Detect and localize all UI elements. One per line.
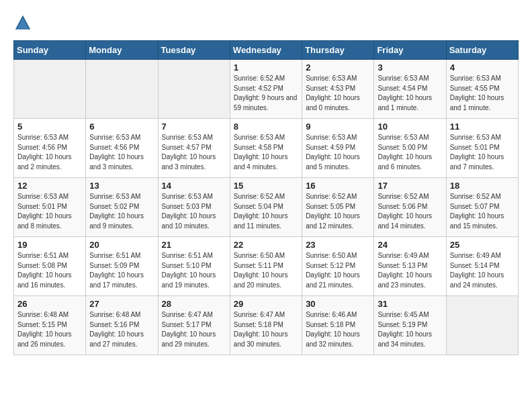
day-cell: 22Sunrise: 6:50 AM Sunset: 5:11 PM Dayli… [230, 237, 302, 296]
calendar-header: SundayMondayTuesdayWednesdayThursdayFrid… [14, 41, 519, 60]
day-cell: 5Sunrise: 6:53 AM Sunset: 4:56 PM Daylig… [14, 119, 86, 178]
day-detail: Sunrise: 6:53 AM Sunset: 4:56 PM Dayligh… [17, 133, 82, 172]
day-number: 18 [450, 181, 515, 191]
calendar-body: 1Sunrise: 6:52 AM Sunset: 4:52 PM Daylig… [14, 60, 519, 355]
day-cell: 24Sunrise: 6:49 AM Sunset: 5:13 PM Dayli… [374, 237, 446, 296]
day-cell: 6Sunrise: 6:53 AM Sunset: 4:56 PM Daylig… [86, 119, 158, 178]
day-cell: 27Sunrise: 6:48 AM Sunset: 5:16 PM Dayli… [86, 296, 158, 355]
day-cell: 9Sunrise: 6:53 AM Sunset: 4:59 PM Daylig… [302, 119, 374, 178]
header-cell-wednesday: Wednesday [230, 41, 302, 60]
day-cell: 4Sunrise: 6:53 AM Sunset: 4:55 PM Daylig… [446, 60, 518, 119]
day-detail: Sunrise: 6:53 AM Sunset: 5:02 PM Dayligh… [89, 192, 154, 231]
day-detail: Sunrise: 6:50 AM Sunset: 5:11 PM Dayligh… [234, 251, 298, 290]
calendar-table: SundayMondayTuesdayWednesdayThursdayFrid… [13, 40, 519, 355]
day-detail: Sunrise: 6:53 AM Sunset: 5:03 PM Dayligh… [162, 192, 226, 231]
day-cell [446, 296, 518, 355]
header-cell-monday: Monday [86, 41, 158, 60]
week-row-4: 26Sunrise: 6:48 AM Sunset: 5:15 PM Dayli… [14, 296, 519, 355]
day-detail: Sunrise: 6:52 AM Sunset: 5:07 PM Dayligh… [450, 192, 515, 231]
day-cell: 23Sunrise: 6:50 AM Sunset: 5:12 PM Dayli… [302, 237, 374, 296]
page: SundayMondayTuesdayWednesdayThursdayFrid… [0, 0, 532, 362]
day-number: 7 [162, 122, 226, 132]
header-cell-tuesday: Tuesday [158, 41, 230, 60]
day-number: 10 [378, 122, 442, 132]
day-cell: 10Sunrise: 6:53 AM Sunset: 5:00 PM Dayli… [374, 119, 446, 178]
day-detail: Sunrise: 6:53 AM Sunset: 4:55 PM Dayligh… [450, 74, 515, 113]
day-number: 3 [378, 62, 442, 73]
day-cell: 25Sunrise: 6:49 AM Sunset: 5:14 PM Dayli… [446, 237, 518, 296]
day-number: 17 [378, 181, 442, 191]
day-number: 20 [89, 240, 154, 250]
day-detail: Sunrise: 6:45 AM Sunset: 5:19 PM Dayligh… [378, 310, 442, 349]
day-detail: Sunrise: 6:46 AM Sunset: 5:18 PM Dayligh… [306, 310, 370, 349]
header-cell-saturday: Saturday [446, 41, 518, 60]
day-number: 21 [162, 240, 226, 250]
header [13, 13, 519, 32]
day-detail: Sunrise: 6:52 AM Sunset: 4:52 PM Dayligh… [234, 74, 298, 113]
day-number: 30 [306, 299, 370, 309]
day-number: 13 [89, 181, 154, 191]
day-cell: 20Sunrise: 6:51 AM Sunset: 5:09 PM Dayli… [86, 237, 158, 296]
day-detail: Sunrise: 6:53 AM Sunset: 4:57 PM Dayligh… [162, 133, 226, 172]
day-detail: Sunrise: 6:48 AM Sunset: 5:15 PM Dayligh… [17, 310, 82, 349]
day-cell: 17Sunrise: 6:52 AM Sunset: 5:06 PM Dayli… [374, 178, 446, 237]
day-detail: Sunrise: 6:52 AM Sunset: 5:06 PM Dayligh… [378, 192, 442, 231]
day-cell: 18Sunrise: 6:52 AM Sunset: 5:07 PM Dayli… [446, 178, 518, 237]
day-detail: Sunrise: 6:50 AM Sunset: 5:12 PM Dayligh… [306, 251, 370, 290]
day-cell: 15Sunrise: 6:52 AM Sunset: 5:04 PM Dayli… [230, 178, 302, 237]
day-cell: 29Sunrise: 6:47 AM Sunset: 5:18 PM Dayli… [230, 296, 302, 355]
day-cell [158, 60, 230, 119]
day-number: 27 [89, 299, 154, 309]
day-detail: Sunrise: 6:53 AM Sunset: 4:54 PM Dayligh… [378, 74, 442, 113]
day-cell: 2Sunrise: 6:53 AM Sunset: 4:53 PM Daylig… [302, 60, 374, 119]
day-number: 12 [17, 181, 82, 191]
header-cell-friday: Friday [374, 41, 446, 60]
day-detail: Sunrise: 6:53 AM Sunset: 4:56 PM Dayligh… [89, 133, 154, 172]
header-cell-sunday: Sunday [14, 41, 86, 60]
day-number: 19 [17, 240, 82, 250]
logo-icon [13, 13, 32, 32]
day-detail: Sunrise: 6:49 AM Sunset: 5:14 PM Dayligh… [450, 251, 515, 290]
day-cell [14, 60, 86, 119]
day-number: 23 [306, 240, 370, 250]
day-detail: Sunrise: 6:53 AM Sunset: 4:59 PM Dayligh… [306, 133, 370, 172]
day-detail: Sunrise: 6:51 AM Sunset: 5:08 PM Dayligh… [17, 251, 82, 290]
logo [13, 13, 34, 32]
day-detail: Sunrise: 6:49 AM Sunset: 5:13 PM Dayligh… [378, 251, 442, 290]
day-detail: Sunrise: 6:51 AM Sunset: 5:10 PM Dayligh… [162, 251, 226, 290]
day-cell: 31Sunrise: 6:45 AM Sunset: 5:19 PM Dayli… [374, 296, 446, 355]
day-detail: Sunrise: 6:53 AM Sunset: 5:00 PM Dayligh… [378, 133, 442, 172]
day-cell: 7Sunrise: 6:53 AM Sunset: 4:57 PM Daylig… [158, 119, 230, 178]
day-number: 24 [378, 240, 442, 250]
day-cell: 26Sunrise: 6:48 AM Sunset: 5:15 PM Dayli… [14, 296, 86, 355]
day-detail: Sunrise: 6:51 AM Sunset: 5:09 PM Dayligh… [89, 251, 154, 290]
day-detail: Sunrise: 6:53 AM Sunset: 5:01 PM Dayligh… [17, 192, 82, 231]
week-row-2: 12Sunrise: 6:53 AM Sunset: 5:01 PM Dayli… [14, 178, 519, 237]
day-number: 6 [89, 122, 154, 132]
day-cell: 1Sunrise: 6:52 AM Sunset: 4:52 PM Daylig… [230, 60, 302, 119]
day-cell: 19Sunrise: 6:51 AM Sunset: 5:08 PM Dayli… [14, 237, 86, 296]
day-cell: 13Sunrise: 6:53 AM Sunset: 5:02 PM Dayli… [86, 178, 158, 237]
day-detail: Sunrise: 6:47 AM Sunset: 5:18 PM Dayligh… [234, 310, 298, 349]
day-number: 4 [450, 62, 515, 73]
day-number: 5 [17, 122, 82, 132]
day-number: 8 [234, 122, 298, 132]
week-row-3: 19Sunrise: 6:51 AM Sunset: 5:08 PM Dayli… [14, 237, 519, 296]
day-cell: 28Sunrise: 6:47 AM Sunset: 5:17 PM Dayli… [158, 296, 230, 355]
day-number: 1 [234, 62, 298, 73]
day-number: 14 [162, 181, 226, 191]
day-number: 28 [162, 299, 226, 309]
header-cell-thursday: Thursday [302, 41, 374, 60]
week-row-0: 1Sunrise: 6:52 AM Sunset: 4:52 PM Daylig… [14, 60, 519, 119]
day-detail: Sunrise: 6:47 AM Sunset: 5:17 PM Dayligh… [162, 310, 226, 349]
day-detail: Sunrise: 6:53 AM Sunset: 4:53 PM Dayligh… [306, 74, 370, 113]
day-number: 15 [234, 181, 298, 191]
day-cell [86, 60, 158, 119]
day-cell: 3Sunrise: 6:53 AM Sunset: 4:54 PM Daylig… [374, 60, 446, 119]
day-number: 22 [234, 240, 298, 250]
day-cell: 16Sunrise: 6:52 AM Sunset: 5:05 PM Dayli… [302, 178, 374, 237]
week-row-1: 5Sunrise: 6:53 AM Sunset: 4:56 PM Daylig… [14, 119, 519, 178]
day-number: 9 [306, 122, 370, 132]
day-cell: 12Sunrise: 6:53 AM Sunset: 5:01 PM Dayli… [14, 178, 86, 237]
day-detail: Sunrise: 6:53 AM Sunset: 4:58 PM Dayligh… [234, 133, 298, 172]
